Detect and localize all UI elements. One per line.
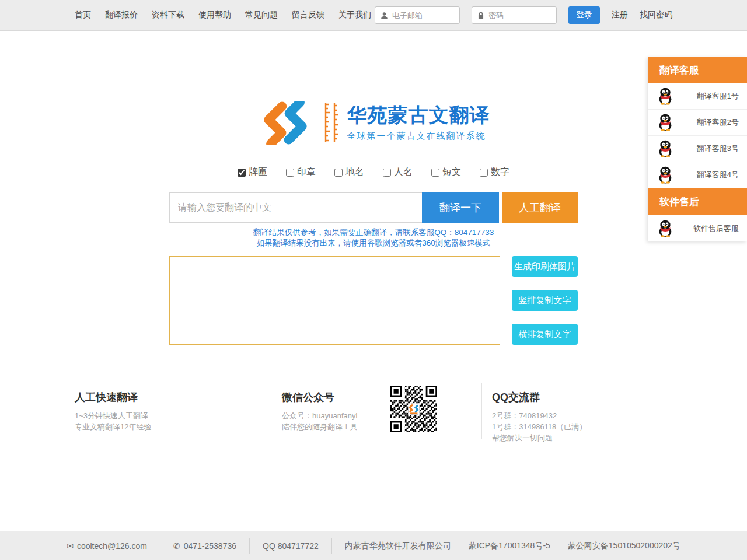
nav-item-home[interactable]: 首页 <box>75 10 91 20</box>
service-agent-4[interactable]: 翻译客服4号 <box>648 162 747 188</box>
footer-wechat-title: 微信公众号 <box>282 390 358 404</box>
wechat-qr-code <box>390 386 437 432</box>
category-shorttext[interactable]: 短文 <box>431 166 461 178</box>
manual-translate-button[interactable]: 人工翻译 <box>502 192 578 223</box>
contact-phone: ✆ 0471-2538736 <box>173 541 236 551</box>
brand-mongolian-script <box>320 101 340 145</box>
company-name: 内蒙古华苑软件开发有限公司 <box>345 541 451 551</box>
police-license[interactable]: 蒙公网安备15010502000202号 <box>568 541 680 551</box>
login-button[interactable]: 登录 <box>568 6 600 24</box>
result-row: 生成印刷体图片 竖排复制文字 横排复制文字 <box>169 256 578 345</box>
brand: 华苑蒙古文翻译 全球第一个蒙古文在线翻译系统 <box>0 101 747 145</box>
footer-divider <box>75 452 672 452</box>
generate-print-image-button[interactable]: 生成印刷体图片 <box>512 256 578 277</box>
category-number[interactable]: 数字 <box>480 166 509 178</box>
service-agent-1[interactable]: 翻译客服1号 <box>648 83 747 110</box>
category-number-checkbox[interactable] <box>480 169 488 177</box>
qq-penguin-icon <box>657 140 673 158</box>
result-actions: 生成印刷体图片 竖排复制文字 横排复制文字 <box>512 256 578 345</box>
password-field-wrap <box>472 6 557 24</box>
notice-line-1: 翻译结果仅供参考，如果需要正确翻译，请联系客服QQ：804717733 <box>0 228 747 238</box>
category-options: 牌匾 印章 地名 人名 短文 数字 <box>0 166 747 178</box>
category-seal-checkbox[interactable] <box>286 169 294 177</box>
copy-vertical-text-button[interactable]: 竖排复制文字 <box>512 290 578 311</box>
qq-penguin-icon <box>657 114 673 131</box>
footer-qq-group-title: QQ交流群 <box>492 390 672 404</box>
notice-text: 翻译结果仅供参考，如果需要正确翻译，请联系客服QQ：804717733 如果翻译… <box>0 228 747 249</box>
translate-button[interactable]: 翻译一下 <box>422 192 499 223</box>
category-placename[interactable]: 地名 <box>334 166 364 178</box>
nav-item-faq[interactable]: 常见问题 <box>245 10 278 20</box>
category-signboard[interactable]: 牌匾 <box>238 166 267 178</box>
brand-title: 华苑蒙古文翻译 <box>347 104 490 126</box>
translate-row: 翻译一下 人工翻译 <box>169 192 578 223</box>
footer-wechat: 微信公众号 公众号：huayuanfanyi 陪伴您的随身翻译工具 <box>252 383 482 439</box>
category-signboard-checkbox[interactable] <box>238 169 246 177</box>
phone-icon: ✆ <box>173 541 180 551</box>
translate-input[interactable] <box>169 192 422 223</box>
after-sales-agent[interactable]: 软件售后客服 <box>648 215 747 242</box>
main-nav: 首页 翻译报价 资料下载 使用帮助 常见问题 留言反馈 关于我们 <box>75 10 371 20</box>
sidebar-section-translate-service: 翻译客服 <box>648 57 747 83</box>
site-footer: 人工快速翻译 1~3分钟快速人工翻译 专业文稿翻译12年经验 微信公众号 公众号… <box>75 383 672 452</box>
qq-penguin-icon <box>657 88 673 105</box>
customer-service-sidebar: 翻译客服 翻译客服1号 <box>648 57 747 242</box>
service-agent-2[interactable]: 翻译客服2号 <box>648 110 747 136</box>
lock-icon <box>477 12 484 19</box>
category-seal[interactable]: 印章 <box>286 166 316 178</box>
notice-line-2: 如果翻译结果没有出来，请使用谷歌浏览器或者360浏览器极速模式 <box>0 238 747 249</box>
nav-item-feedback[interactable]: 留言反馈 <box>292 10 324 20</box>
sidebar-section-after-sales: 软件售后 <box>648 188 747 215</box>
icp-license[interactable]: 蒙ICP备17001348号-5 <box>469 541 550 551</box>
nav-item-help[interactable]: 使用帮助 <box>198 10 231 20</box>
footer-qq-group: QQ交流群 2号群：740819432 1号群：314986118（已满） 帮您… <box>482 383 672 443</box>
category-placename-checkbox[interactable] <box>334 169 343 177</box>
category-personname-checkbox[interactable] <box>383 169 391 177</box>
translation-result-box[interactable] <box>169 256 500 345</box>
brand-subtitle: 全球第一个蒙古文在线翻译系统 <box>347 131 490 142</box>
footer-manual-title: 人工快速翻译 <box>75 390 252 404</box>
bottom-bar-divider <box>249 538 250 554</box>
forgot-password-link[interactable]: 找回密码 <box>640 10 672 20</box>
bottom-bar-divider <box>160 538 160 554</box>
email-field[interactable] <box>392 11 454 20</box>
nav-item-about[interactable]: 关于我们 <box>338 10 371 20</box>
contact-qq: QQ 804717722 <box>263 541 319 551</box>
qq-penguin-icon <box>657 220 673 237</box>
category-shorttext-checkbox[interactable] <box>431 169 439 177</box>
email-field-wrap <box>375 6 460 24</box>
nav-item-downloads[interactable]: 资料下载 <box>152 10 184 20</box>
service-agent-3[interactable]: 翻译客服3号 <box>648 136 747 162</box>
register-link[interactable]: 注册 <box>612 10 628 20</box>
password-field[interactable] <box>488 11 551 20</box>
bottom-bar: ✉ cooltech@126.com ✆ 0471-2538736 QQ 804… <box>0 531 747 560</box>
user-icon <box>381 12 388 19</box>
bottom-bar-divider <box>331 538 332 554</box>
category-personname[interactable]: 人名 <box>383 166 413 178</box>
page: 首页 翻译报价 资料下载 使用帮助 常见问题 留言反馈 关于我们 <box>0 0 747 560</box>
nav-item-pricing[interactable]: 翻译报价 <box>105 10 138 20</box>
contact-email: ✉ cooltech@126.com <box>67 541 147 551</box>
auth-area: 登录 注册 找回密码 <box>375 6 672 24</box>
brand-logo-mark <box>257 101 313 145</box>
qq-penguin-icon <box>657 166 673 184</box>
copy-horizontal-text-button[interactable]: 横排复制文字 <box>512 324 578 345</box>
footer-manual-translation: 人工快速翻译 1~3分钟快速人工翻译 专业文稿翻译12年经验 <box>75 383 252 439</box>
main-content: 华苑蒙古文翻译 全球第一个蒙古文在线翻译系统 牌匾 印章 地名 人名 <box>0 101 747 345</box>
top-bar: 首页 翻译报价 资料下载 使用帮助 常见问题 留言反馈 关于我们 <box>0 0 747 31</box>
envelope-icon: ✉ <box>67 541 74 551</box>
